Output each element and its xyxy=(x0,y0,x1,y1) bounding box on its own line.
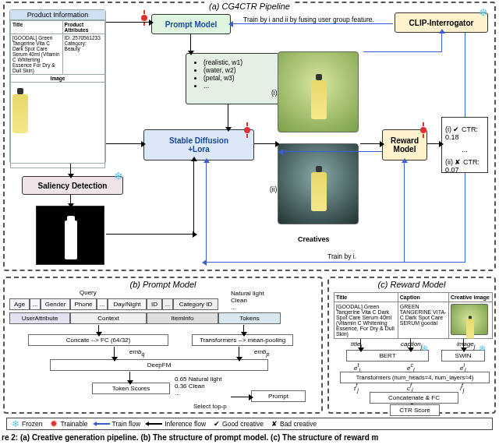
hdr-gender: Gender xyxy=(41,298,70,310)
reward-label2: Model xyxy=(394,145,416,153)
product-info-box: Product Information Title Product Attrib… xyxy=(9,9,106,164)
arrow xyxy=(193,161,194,161)
pi-col-attr: Product Attributes xyxy=(62,21,104,34)
hdr-phone: Phone xyxy=(70,298,97,310)
arrow xyxy=(360,143,380,144)
prompt-item: (realistic, w1) xyxy=(203,58,271,66)
hdr-id: ID xyxy=(147,298,162,310)
train-arrow xyxy=(206,262,465,263)
train-arrow-icon xyxy=(96,423,110,425)
deepfm-box: DeepFM xyxy=(50,359,268,371)
score-ii: (ii) ✘ CTR: 0.07 xyxy=(445,158,484,174)
panel-b-prompt-model: (b) Prompt Model Query Age ... Gender Ph… xyxy=(3,277,323,414)
sd-label2: +Lora xyxy=(188,145,210,153)
arrow xyxy=(243,325,244,333)
arrow xyxy=(360,339,361,348)
creatives-label: Creatives xyxy=(298,235,330,243)
arrow xyxy=(231,397,250,397)
pi-attr: ID: 2570561233 Category: Beauty xyxy=(62,34,104,75)
arrow xyxy=(254,143,276,144)
c-title-text: [GOODAL] Green Tangerine Vita C Dark Spo… xyxy=(334,302,398,339)
train-arrow xyxy=(465,33,465,117)
snowflake-icon: ❄ xyxy=(421,344,428,354)
arrow xyxy=(70,195,71,204)
panel-b-title: (b) Prompt Model xyxy=(5,278,321,289)
hdr-dots: ... xyxy=(97,298,108,310)
tok-side: ... xyxy=(231,305,264,312)
group-tokens: Tokens xyxy=(218,312,281,324)
arrow xyxy=(410,339,411,348)
arrow xyxy=(106,143,142,144)
pi-image-label: Image xyxy=(11,75,105,83)
creative-i xyxy=(278,51,359,132)
arrow xyxy=(114,347,115,358)
stable-diffusion-box: Stable Diffusion +Lora xyxy=(143,129,254,161)
pi-title-text: [GOODAL] Green Tangerine Vita C Dark Spo… xyxy=(11,34,63,75)
c-col-title: Title xyxy=(334,293,398,302)
group-context: Context xyxy=(70,312,147,324)
hdr-dots: ... xyxy=(30,298,41,310)
creative-i-tag: (i) xyxy=(271,89,278,97)
pi-col-title: Title xyxy=(11,21,63,34)
train-arrow xyxy=(465,173,465,262)
train-arrow xyxy=(232,23,393,24)
sd-label1: Stable Diffusion xyxy=(169,136,228,145)
legend-frozen: Frozen xyxy=(22,420,42,428)
embp-label: embp xyxy=(254,348,269,357)
creative-ii-tag: (ii) xyxy=(270,185,277,193)
group-iteminfo: ItemInfo xyxy=(147,312,218,324)
train-by-i-note: Train by i. xyxy=(327,252,356,260)
arrow xyxy=(193,161,194,235)
reward-label1: Reward xyxy=(391,136,419,145)
legend-good: Good creative xyxy=(222,420,264,428)
select-topp: Select top-p xyxy=(193,403,227,410)
creative-ii xyxy=(278,143,359,224)
arrow xyxy=(228,104,228,128)
ctr-score-box: (i) ✔ CTR: 0.18 ... (ii) ✘ CTR: 0.07 xyxy=(441,117,488,173)
hdr-age: Age xyxy=(9,298,30,310)
c-ft: tfj xyxy=(354,383,359,393)
prompt-item: (water, w2) xyxy=(203,66,271,74)
prompt-box: Prompt xyxy=(251,390,306,402)
snowflake-icon: ❄ xyxy=(479,344,486,354)
score-line: 0.36 Clean xyxy=(175,383,221,390)
prompt-item: (petal, w3) xyxy=(203,74,271,82)
legend-bad: Bad creative xyxy=(280,420,317,428)
prompt-list-box: (realistic, w1) (water, w2) (petal, w3) … xyxy=(186,53,279,104)
c-transformers-box: Transformers (num_heads=4, num_layers=4) xyxy=(340,372,490,383)
c-col-caption: Caption xyxy=(398,293,448,302)
train-note: Train by i and ii by fusing user group f… xyxy=(243,16,374,23)
inference-arrow-icon xyxy=(148,423,162,425)
bottle-icon xyxy=(12,88,28,133)
legend: ❄Frozen ✹Trainable Train flow Inference … xyxy=(6,418,493,430)
snowflake-icon: ❄ xyxy=(114,170,123,182)
snowflake-icon: ❄ xyxy=(479,6,488,19)
arrow xyxy=(70,164,71,175)
arrow xyxy=(106,22,150,23)
pi-attr-cat: Category: Beauty xyxy=(65,41,103,51)
arrow xyxy=(190,34,191,51)
panel-a-title: (a) CG4CTR Pipeline xyxy=(204,2,295,11)
c-fi: ifj xyxy=(460,383,464,393)
legend-trainable: Trainable xyxy=(60,420,87,428)
train-arrow xyxy=(404,162,405,263)
hdr-catid: Category ID xyxy=(173,298,218,310)
product-info-header: Product Information xyxy=(10,10,105,20)
snowflake-icon: ❄ xyxy=(12,418,19,429)
arrow xyxy=(239,347,239,358)
train-arrow xyxy=(206,162,207,263)
creatives-area: ... xyxy=(278,51,371,228)
c-col-image: Creative image xyxy=(449,293,493,302)
legend-inference: Inference flow xyxy=(165,420,206,428)
c-ctr-box: CTR Score xyxy=(390,404,440,416)
prompt-item: ... xyxy=(203,82,271,90)
sun-icon: ✹ xyxy=(50,418,58,429)
arrow xyxy=(463,339,464,348)
panel-c-reward-model: (c) Reward Model Title Caption Creative … xyxy=(327,277,496,414)
c-image xyxy=(449,302,493,339)
arrow xyxy=(106,234,193,235)
saliency-mask xyxy=(36,206,104,265)
panel-a-pipeline: (a) CG4CTR Pipeline Product Information … xyxy=(3,2,496,271)
hdr-daynight: Day/Night xyxy=(108,298,147,310)
x-icon: ✘ xyxy=(271,420,278,428)
